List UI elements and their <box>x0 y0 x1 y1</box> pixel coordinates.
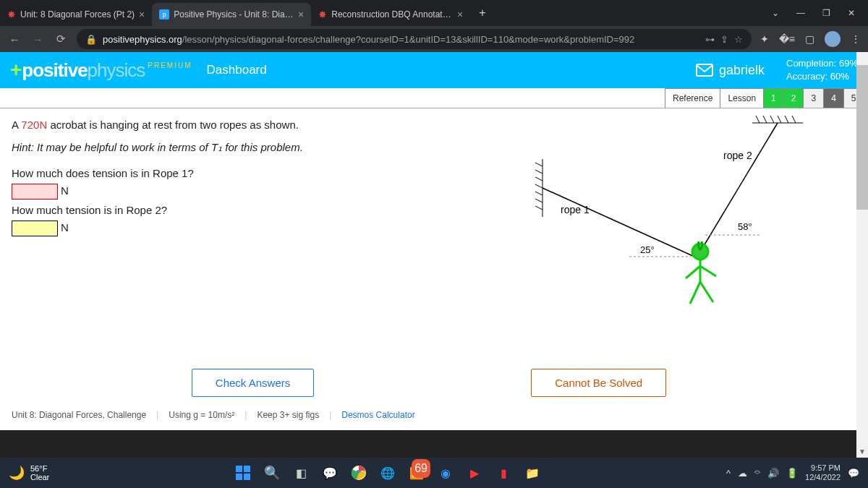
temperature: 56°F <box>30 464 49 473</box>
app-icon[interactable]: 📶69 <box>407 463 426 482</box>
answer-input-2[interactable] <box>12 221 58 236</box>
date: 12/4/2022 <box>805 473 841 482</box>
search-icon[interactable]: 🔍 <box>263 463 281 482</box>
scrollbar-thumb[interactable] <box>856 65 868 210</box>
tab-lesson[interactable]: Lesson <box>720 88 764 108</box>
problem-content: A 720N acrobat is hanging at rest from t… <box>0 108 868 430</box>
dashboard-link[interactable]: Dashboard <box>207 63 267 77</box>
svg-line-8 <box>535 206 542 210</box>
rope2-label: rope 2 <box>723 150 752 161</box>
tab-problem-3[interactable]: 3 <box>803 88 824 108</box>
svg-rect-0 <box>697 64 712 76</box>
svg-line-3 <box>535 170 542 174</box>
profile-avatar[interactable] <box>825 31 841 47</box>
extensions-icon[interactable]: ✦ <box>760 33 769 45</box>
side-panel-icon[interactable]: ▢ <box>805 33 814 45</box>
task-view-icon[interactable]: ◧ <box>292 463 310 482</box>
key-icon[interactable]: ⊶ <box>705 34 715 45</box>
svg-line-4 <box>535 177 542 181</box>
reload-button[interactable]: ⟳ <box>54 33 68 46</box>
clock[interactable]: 9:57 PM 12/4/2022 <box>805 463 841 482</box>
unit-label: N <box>61 184 69 197</box>
svg-rect-28 <box>236 474 242 480</box>
notification-icon[interactable]: 💬 <box>848 468 859 479</box>
outlook-icon[interactable]: ◉ <box>436 463 455 482</box>
site-icon: p <box>159 9 169 20</box>
reading-list-icon[interactable]: �≡ <box>779 33 795 45</box>
edge-icon[interactable]: 🌐 <box>378 463 397 482</box>
svg-line-5 <box>535 184 542 188</box>
app-header: + positivephysics PREMIUM Dashboard gabr… <box>0 52 868 88</box>
minimize-icon[interactable]: — <box>796 8 805 18</box>
explorer-icon[interactable]: 📁 <box>523 463 542 482</box>
chevron-down-icon[interactable]: ⌄ <box>772 8 779 18</box>
wifi-icon[interactable]: ⌔ <box>754 468 760 479</box>
tab-title: Unit: 8 Diagonal Forces (Pt 2) <box>20 9 135 20</box>
svg-rect-29 <box>244 474 250 480</box>
star-icon[interactable]: ☆ <box>734 34 743 45</box>
lock-icon: 🔒 <box>85 34 97 45</box>
share-icon[interactable]: ⇪ <box>720 34 728 45</box>
chrome-icon[interactable] <box>349 463 368 482</box>
unit-label: N <box>61 221 69 234</box>
close-icon[interactable]: ✕ <box>848 8 855 18</box>
chat-icon[interactable]: 💬 <box>320 463 339 482</box>
close-icon[interactable]: × <box>298 9 304 20</box>
volume-icon[interactable]: 🔊 <box>767 468 779 479</box>
url-domain: positivephysics.org <box>103 34 182 45</box>
gravity-label: Using g = 10m/s² <box>169 410 234 420</box>
chevron-up-icon[interactable]: ^ <box>726 468 731 479</box>
new-tab-button[interactable]: + <box>470 7 494 20</box>
close-icon[interactable]: × <box>139 9 145 20</box>
svg-line-22 <box>686 266 700 278</box>
youtube-icon[interactable]: ▶ <box>465 463 484 482</box>
accuracy-text: Accuracy: 60% <box>786 70 858 83</box>
unit-label: Unit 8: Diagonal Forces, Challenge <box>12 410 146 420</box>
user-menu[interactable]: gabrielk <box>696 63 765 78</box>
tab-reference[interactable]: Reference <box>665 88 720 108</box>
browser-tab[interactable]: ✸ Reconstruction DBQ Annotations × <box>311 3 470 26</box>
maximize-icon[interactable]: ❐ <box>822 8 830 18</box>
angle1-label: 25° <box>640 244 655 255</box>
cannot-be-solved-button[interactable]: Cannot Be Solved <box>531 369 666 397</box>
desmos-link[interactable]: Desmos Calculator <box>341 410 414 420</box>
onedrive-icon[interactable]: ☁ <box>738 468 747 479</box>
browser-titlebar: ✸ Unit: 8 Diagonal Forces (Pt 2) × p Pos… <box>0 0 868 26</box>
svg-line-23 <box>700 266 716 276</box>
start-button[interactable] <box>234 463 252 482</box>
condition: Clear <box>30 473 49 481</box>
weather-widget[interactable]: 56°F Clear <box>30 464 49 481</box>
close-icon[interactable]: × <box>457 9 463 20</box>
tab-problem-4[interactable]: 4 <box>823 88 844 108</box>
svg-line-6 <box>535 192 542 195</box>
forward-button[interactable]: → <box>30 33 45 46</box>
scroll-down-button[interactable]: ▼ <box>856 446 868 458</box>
stats: Completion: 69% Accuracy: 60% <box>786 57 858 83</box>
force-value: 720N <box>21 119 47 131</box>
svg-line-17 <box>792 116 796 123</box>
weather-icon[interactable]: 🌙 <box>9 465 25 481</box>
logo[interactable]: positivephysics <box>22 59 145 82</box>
svg-line-24 <box>690 282 700 304</box>
check-answers-button[interactable]: Check Answers <box>192 369 314 397</box>
menu-icon[interactable]: ⋮ <box>851 33 861 45</box>
back-button[interactable]: ← <box>7 33 22 46</box>
answer-input-1[interactable] <box>12 184 58 200</box>
premium-badge: PREMIUM <box>148 61 192 69</box>
tab-title: Reconstruction DBQ Annotations <box>331 9 453 20</box>
system-tray: ^ ☁ ⌔ 🔊 🔋 9:57 PM 12/4/2022 💬 <box>726 463 859 482</box>
tab-problem-2[interactable]: 2 <box>783 88 804 108</box>
completion-text: Completion: 69% <box>786 57 858 70</box>
browser-tab[interactable]: ✸ Unit: 8 Diagonal Forces (Pt 2) × <box>0 3 152 26</box>
address-bar[interactable]: 🔒 positivephysics.org/lesson/physics/dia… <box>77 29 752 49</box>
angle2-label: 58° <box>738 221 752 232</box>
gear-icon: ✸ <box>7 9 16 20</box>
svg-line-12 <box>756 116 760 123</box>
tab-problem-1[interactable]: 1 <box>763 88 784 108</box>
username: gabrielk <box>719 63 765 78</box>
browser-tab[interactable]: p Positive Physics - Unit 8: Diagona × <box>152 3 311 26</box>
time: 9:57 PM <box>805 463 841 473</box>
office-icon[interactable]: ▮ <box>494 463 513 482</box>
svg-line-25 <box>700 282 713 302</box>
battery-icon[interactable]: 🔋 <box>786 468 798 479</box>
